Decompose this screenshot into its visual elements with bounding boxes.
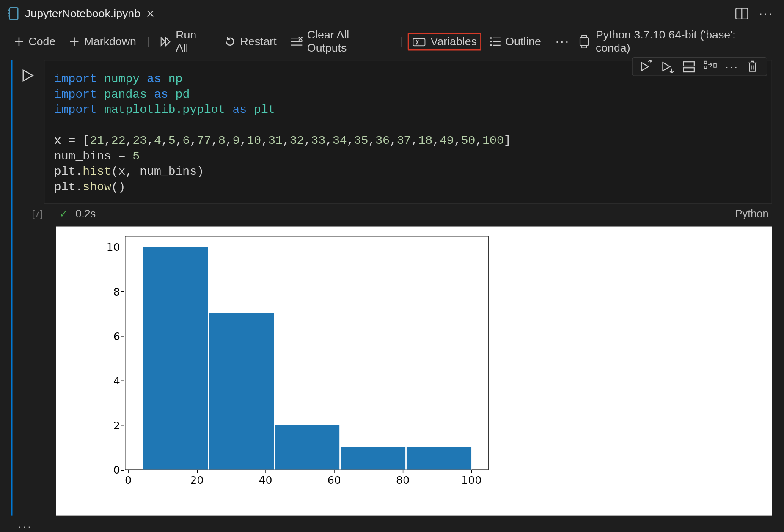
y-tick-label: 4 [62, 374, 120, 387]
variables-label: Variables [431, 35, 477, 48]
notebook-toolbar: Code Markdown | Run All Restart Clear Al… [0, 27, 784, 56]
output-more-icon[interactable]: ··· [18, 519, 32, 532]
run-all-icon [160, 37, 171, 46]
svg-point-10 [490, 37, 492, 39]
clear-outputs-label: Clear All Outputs [307, 28, 390, 55]
tab-bar: JupyterNotebook.ipynb ··· [0, 0, 784, 27]
ellipsis-icon: ··· [556, 34, 570, 49]
kernel-icon [578, 35, 590, 48]
y-tick-label: 8 [62, 285, 120, 298]
plus-icon [14, 37, 24, 46]
x-tick-label: 80 [396, 474, 410, 516]
split-cell-icon[interactable] [682, 60, 696, 73]
clear-outputs-button[interactable]: Clear All Outputs [285, 26, 396, 57]
cell-focus-bar [11, 60, 12, 516]
svg-rect-2 [8, 12, 10, 14]
y-tick-label: 0 [62, 463, 120, 476]
outline-button[interactable]: Outline [484, 33, 547, 50]
svg-rect-3 [8, 15, 10, 16]
histogram-bar [406, 447, 472, 470]
restart-label: Restart [240, 35, 277, 48]
toolbar-more-button[interactable]: ··· [550, 31, 576, 52]
x-tick-label: 20 [190, 474, 204, 516]
outline-label: Outline [505, 35, 541, 48]
restart-button[interactable]: Restart [219, 33, 283, 50]
svg-rect-20 [684, 68, 694, 72]
x-tick-label: 40 [259, 474, 272, 516]
histogram-bar [340, 447, 406, 470]
svg-rect-22 [704, 66, 707, 69]
svg-rect-17 [582, 35, 586, 37]
add-markdown-button[interactable]: Markdown [64, 33, 142, 50]
editor-tab[interactable]: JupyterNotebook.ipynb [0, 0, 163, 27]
outline-icon [490, 37, 501, 46]
svg-point-14 [490, 44, 492, 46]
tab-filename: JupyterNotebook.ipynb [25, 7, 140, 20]
svg-rect-1 [8, 9, 10, 11]
y-tick-label: 6 [62, 330, 120, 343]
svg-rect-23 [714, 63, 716, 67]
add-markdown-label: Markdown [84, 35, 136, 48]
variables-icon [413, 37, 426, 46]
x-tick-label: 60 [327, 474, 341, 516]
cell-output: 0246810 020406080100 [56, 227, 772, 516]
histogram-bar [274, 425, 340, 469]
svg-rect-9 [413, 38, 425, 46]
x-tick-label: 100 [461, 474, 481, 516]
svg-rect-18 [582, 46, 586, 48]
run-below-icon[interactable] [661, 60, 674, 73]
change-cell-type-icon[interactable] [704, 60, 717, 73]
histogram-bar [209, 313, 275, 469]
run-all-label: Run All [176, 28, 210, 55]
code-cell-editor[interactable]: import numpy as np import pandas as pd i… [44, 60, 772, 204]
cell-status-row: [7] ✓ 0.2s Python [32, 204, 772, 226]
execution-count: [7] [32, 208, 56, 219]
cell-language[interactable]: Python [735, 208, 772, 220]
svg-rect-0 [9, 8, 18, 19]
status-success-icon: ✓ [59, 208, 68, 221]
histogram-bar [143, 247, 209, 469]
code-content[interactable]: import numpy as np import pandas as pd i… [54, 71, 762, 195]
histogram-chart: 0246810 020406080100 [62, 233, 454, 500]
cell-toolbar: ··· [632, 57, 767, 76]
execution-time: 0.2s [75, 208, 96, 220]
svg-rect-21 [704, 61, 707, 64]
add-code-button[interactable]: Code [8, 33, 62, 50]
y-tick-label: 2 [62, 419, 120, 432]
close-tab-icon[interactable] [146, 9, 155, 18]
svg-rect-19 [684, 62, 694, 66]
kernel-label: Python 3.7.10 64-bit ('base': conda) [596, 28, 769, 55]
cell-more-icon[interactable]: ··· [725, 60, 738, 73]
x-tick-label: 0 [125, 474, 132, 516]
plus-icon [70, 37, 79, 46]
run-cell-icon[interactable] [21, 69, 34, 82]
svg-point-12 [490, 41, 492, 42]
separator: | [398, 35, 405, 48]
plot-frame [125, 236, 489, 470]
kernel-selector[interactable]: Python 3.7.10 64-bit ('base': conda) [578, 28, 776, 55]
delete-cell-icon[interactable] [746, 60, 759, 73]
separator: | [144, 35, 152, 48]
restart-icon [225, 36, 235, 47]
svg-rect-16 [580, 38, 588, 46]
variables-button[interactable]: Variables [408, 33, 481, 50]
run-above-icon[interactable] [640, 60, 653, 73]
clear-outputs-icon [291, 37, 302, 46]
add-code-label: Code [28, 35, 55, 48]
notebook-file-icon [8, 7, 19, 20]
split-editor-icon[interactable] [735, 8, 748, 19]
y-tick-label: 10 [62, 241, 120, 253]
run-all-button[interactable]: Run All [154, 26, 216, 57]
notebook-cell: ··· import numpy as np import pandas as … [0, 60, 784, 516]
tab-more-icon[interactable]: ··· [759, 5, 773, 21]
